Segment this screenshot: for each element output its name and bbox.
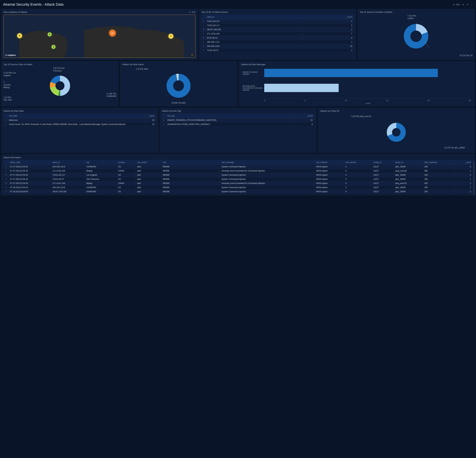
panel-attack-info: Attack Information attack_dateclient_ipc… [1,154,475,195]
filter-icon[interactable]: ⏷ [466,3,468,6]
svg-point-4 [170,77,187,94]
scrollbar[interactable] [474,161,475,195]
col-_count[interactable]: _count [454,160,472,165]
map-bubble[interactable]: 13 [109,30,116,36]
bar-xlabel: _count [264,102,471,104]
col-city[interactable]: city [85,160,117,165]
table-row[interactable]: 273.63.143.1173 [202,23,354,28]
table-row[interactable]: 707-26-202100:04:06190.67.149.238ASHBURN… [4,190,473,193]
clock-icon: ◷ [453,3,455,6]
time-range-label: -30D [455,3,460,6]
panel-geo-locations: Geo Locations of Attacks ◷ -30D 622137 ©… [1,9,198,60]
donut-cities[interactable]: 2 (6.7%) SanFrancisco 3 (10.0%) LosAngel… [3,67,116,104]
donut-label-sf: 2 (6.7%) SanFrancisco [53,67,65,72]
world-map[interactable]: 622137 © mapbox i [3,15,196,58]
table-row[interactable]: 107-27-202122:54:34194.150.118.8ASHBURNU… [4,165,473,169]
table-row[interactable]: 1telnet.exe20 [4,118,156,122]
col-rt-count[interactable]: _count [293,114,314,118]
col-rd-count[interactable]: _count [146,114,156,118]
col-country[interactable]: country [117,160,136,165]
col-rule-tag[interactable]: rule_tag [166,114,293,118]
col-rule_message[interactable]: rule_message [220,160,314,165]
rule-tag-table: rule_tag _count 1OWASP_CRS/WEB_ATTACK/CO… [162,113,314,126]
panel-title-attack-info: Attack Information [3,156,21,159]
donut-label-qik: 23 (76.7%) qik1_26545 [444,147,465,149]
col-rule[interactable]: rule [162,160,220,165]
panel-top-ips: Top 15 IPs of Attack Source client_ip _c… [199,9,356,60]
table-row[interactable]: 552.91.36.102 [202,36,354,40]
col-count[interactable]: _count [302,15,354,19]
col-rule-data[interactable]: rule_data [8,114,145,118]
top-ips-table: client_ip _count 173.63.143.1371273.63.1… [202,15,354,52]
table-row[interactable]: 7194.150.118.813 [202,44,354,48]
donut-label-deny: 1 (3.3%) deny [136,68,148,70]
map-bubble[interactable]: 6 [17,33,22,38]
refresh-icon[interactable]: ⟳ [462,3,464,6]
table-row[interactable]: 873.63.143.372 [202,48,354,52]
table-row[interactable]: 2Vector Score: 10, DENY threshold: 9, Al… [4,122,156,126]
table-row[interactable]: 307-27-202122:54:3473.63.143.117Los Ange… [4,173,473,177]
menu-icon[interactable]: ⋮ [471,3,473,6]
map-bubble[interactable]: 7 [168,34,173,39]
header-actions: ◷ -30D ⟳ ⏷ ⋮ [453,3,473,6]
bar-chart-rule-message[interactable]: System Command Injection Anomaly Score E… [241,67,473,104]
panel-title-rule-message: Attacks by Rule Message [241,63,265,66]
col-http_response[interactable]: http_response [423,160,455,165]
map-bubble[interactable]: 2 [51,45,55,49]
bar-label-sci: System Command Injection [243,71,264,75]
donut-countries[interactable]: 7 (23.3%) CHINA 23 (76.7%) US [360,15,473,58]
mapbox-logo: © mapbox [5,54,16,56]
donut-rule-action[interactable]: 1 (3.3%) deny 29 (96.7%) alert [122,67,235,104]
donut-policy[interactable]: 7 (23.3%) ping_exe132 23 (76.7%) qik1_26… [320,113,473,151]
col-policy_id[interactable]: policy_id [394,160,423,165]
table-row[interactable]: 3190.67.149.2381 [202,28,354,32]
attack-table-scroll[interactable]: attack_dateclient_ipcitycountryrule_acti… [3,160,473,193]
panel-title-cities: Top 15 Source Cities of Attack [3,63,32,66]
col-rule_action[interactable]: rule_action [136,160,161,165]
table-row[interactable]: 207-27-202122:54:34171.14.61.244BeijingC… [4,169,473,173]
col-rule_selector[interactable]: rule_selector [314,160,344,165]
panel-rule-tag: Attacks by Rule Tag rule_tag _count 1OWA… [160,108,316,153]
table-row[interactable]: 607-26-202122:54:34194.150.118.8ASHBURNU… [4,185,473,190]
panel-rule-message: Attacks by Rule Message System Command I… [239,61,475,106]
table-row[interactable]: 4171.14.61.2447 [202,32,354,36]
table-row[interactable]: 173.63.143.1371 [202,19,354,23]
panel-policy-id: Attacks by Policy ID 7 (23.3%) ping_exe1… [318,108,475,153]
col-rule_version[interactable]: rule_version [344,160,372,165]
rule-data-table: rule_data _count 1telnet.exe202Vector Sc… [3,113,156,126]
clock-icon: ◷ [189,11,190,13]
attack-info-table: attack_dateclient_ipcitycountryrule_acti… [3,160,473,193]
page-title: Akamai Security Events - Attack Data [3,2,63,7]
map-info-icon[interactable]: i [190,53,194,57]
world-map-svg [4,15,195,58]
table-row[interactable]: 1OWASP_CRS/WEB_ATTACK/COMMAND_INJECTION2… [162,118,314,122]
table-row[interactable]: 2AKAMAI/POLICY/CMD_INJECTION_ANOMALY9 [162,122,314,126]
panel-rule-action: Attacks by Rule Action 1 (3.3%) deny 29 … [120,61,237,106]
panel-title-policy: Attacks by Policy ID [320,110,339,112]
panel-title-countries: Top 15 Source Countries of Attack [360,11,392,13]
donut-label-ping: 7 (23.3%) ping_exe132 [351,115,371,118]
donut-label-alert: 29 (96.7%) alert [171,102,186,104]
col-attack_date[interactable]: attack_date [9,160,51,165]
table-row[interactable]: 507-27-202122:54:34171.14.61.244BeijingC… [4,181,473,185]
bar-anom [264,84,339,92]
donut-label-us: 23 (76.7%) US [459,54,473,57]
donut-label-sj: 1 (3.3%)San Jose [3,96,12,101]
panel-top-cities: Top 15 Source Cities of Attack 2 (6.7%) … [1,61,119,106]
table-row[interactable]: 407-27-202122:54:3473.63.143.37San Franc… [4,177,473,181]
panel-title-rule-action: Attacks by Rule Action [122,63,144,66]
donut-label-china: 7 (23.3%) CHINA [408,15,416,20]
donut-label-la: 3 (10.0%) LosAngeles [3,72,16,77]
panel-title-ips: Top 15 IPs of Attack Source [202,11,228,13]
time-range-picker[interactable]: ◷ -30D [453,3,460,6]
col-client_ip[interactable]: client_ip [51,160,85,165]
panel-time-badge[interactable]: ◷ -30D [189,11,196,13]
col-config_id[interactable]: config_id [372,160,394,165]
panel-top-countries: Top 15 Source Countries of Attack 7 (23.… [357,9,475,60]
panel-title-rule-tag: Attacks by Rule Tag [162,110,181,112]
table-row[interactable]: 6186.159.1.2171 [202,40,354,44]
col-client-ip[interactable]: client_ip [205,15,302,19]
panel-rule-data: Attacks by Rule Data rule_data _count 1t… [1,108,158,153]
donut-label-bj: 7(23.3%)Beijing [3,81,10,89]
map-bubble[interactable]: 2 [48,32,52,36]
